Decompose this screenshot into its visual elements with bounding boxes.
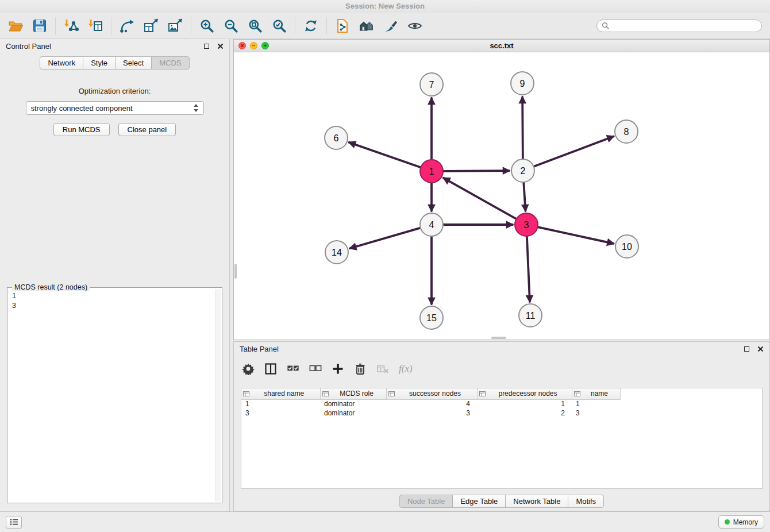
table-toolbar: f(x) — [242, 358, 413, 380]
zoom-fit-icon[interactable] — [248, 18, 263, 33]
tab-network[interactable]: Network — [40, 56, 83, 70]
graph-node-9[interactable]: 9 — [511, 72, 534, 95]
tab-mcds[interactable]: MCDS — [151, 56, 189, 70]
graph-edge-1-6[interactable] — [349, 142, 421, 167]
network-canvas[interactable]: 7968124314101511 — [234, 52, 769, 340]
function-builder-icon: f(x) — [399, 363, 413, 375]
graph-edge-3-1[interactable] — [444, 178, 516, 219]
graph-node-label: 3 — [524, 220, 529, 230]
table-row[interactable]: 1dominator411 — [241, 399, 620, 408]
edges-layer — [349, 97, 614, 304]
column-header-MCDS-role[interactable]: MCDS role — [320, 388, 386, 399]
eye-icon[interactable] — [407, 18, 422, 33]
graph-node-label: 10 — [622, 242, 632, 252]
network-graph[interactable]: 7968124314101511 — [234, 52, 769, 340]
criterion-select[interactable]: strongly connected component — [26, 101, 204, 115]
graph-node-2[interactable]: 2 — [511, 159, 534, 182]
minimize-window-icon[interactable]: − — [250, 42, 257, 49]
float-panel-icon[interactable] — [204, 44, 209, 49]
close-panel-button[interactable]: Close panel — [118, 123, 176, 136]
list-icon — [10, 518, 18, 526]
graph-node-15[interactable]: 15 — [420, 306, 443, 329]
vertical-scrollbar-thumb[interactable] — [234, 264, 237, 279]
cell-predecessor-nodes[interactable]: 1 — [477, 399, 572, 408]
graph-edge-1-2[interactable] — [444, 171, 509, 171]
deselect-all-columns-icon[interactable] — [309, 363, 322, 375]
column-header-predecessor-nodes[interactable]: predecessor nodes — [477, 388, 572, 399]
column-header-shared-name[interactable]: shared name — [241, 388, 320, 399]
float-panel-icon[interactable] — [744, 346, 749, 352]
import-network-icon[interactable] — [64, 18, 79, 33]
home-icon[interactable] — [359, 18, 374, 33]
graph-node-8[interactable]: 8 — [615, 120, 638, 143]
graph-node-6[interactable]: 6 — [325, 126, 348, 149]
zoom-selected-icon[interactable] — [272, 18, 287, 33]
tab-node-table[interactable]: Node Table — [399, 495, 453, 508]
memory-button-label: Memory — [733, 518, 758, 526]
close-window-icon[interactable]: × — [238, 42, 246, 49]
zoom-out-icon[interactable] — [224, 18, 238, 33]
export-network-icon[interactable] — [120, 18, 134, 33]
mcds-result-scrollbar[interactable] — [215, 289, 221, 502]
graph-edge-4-14[interactable] — [350, 228, 420, 248]
save-session-icon[interactable] — [32, 18, 47, 33]
graph-edge-2-3[interactable] — [523, 183, 525, 211]
column-header-name[interactable]: name — [572, 388, 620, 399]
apply-layout-icon[interactable] — [303, 18, 318, 33]
graph-node-1[interactable]: 1 — [420, 160, 443, 183]
run-mcds-button[interactable]: Run MCDS — [53, 123, 110, 136]
toolbar-separator — [111, 17, 111, 34]
task-history-button[interactable] — [6, 516, 22, 529]
toolbar-separator — [326, 17, 327, 34]
tab-edge-table[interactable]: Edge Table — [452, 495, 506, 508]
column-type-icon — [388, 391, 395, 397]
cell-name[interactable]: 1 — [572, 399, 620, 408]
table-row[interactable]: 3dominator323 — [241, 408, 620, 418]
graph-node-11[interactable]: 11 — [519, 304, 542, 327]
cell-successor-nodes[interactable]: 3 — [386, 408, 477, 418]
cell-shared-name[interactable]: 1 — [241, 399, 320, 408]
show-columns-icon[interactable] — [264, 363, 277, 375]
graph-edge-3-11[interactable] — [527, 237, 530, 302]
export-image-icon[interactable] — [168, 18, 183, 33]
horizontal-scrollbar-thumb[interactable] — [491, 337, 506, 339]
graph-edge-3-10[interactable] — [538, 227, 614, 243]
toolbar-separator — [191, 17, 191, 34]
graph-node-7[interactable]: 7 — [420, 73, 443, 96]
graph-node-14[interactable]: 14 — [325, 241, 348, 264]
create-column-icon[interactable] — [332, 363, 344, 375]
import-table-icon[interactable] — [88, 18, 103, 33]
graph-node-4[interactable]: 4 — [420, 213, 443, 236]
network-document-icon[interactable] — [335, 18, 350, 33]
graph-node-3[interactable]: 3 — [515, 213, 538, 236]
graph-edge-2-9[interactable] — [522, 97, 523, 159]
delete-column-trash-icon[interactable] — [354, 363, 367, 375]
graph-edge-2-8[interactable] — [534, 136, 614, 166]
cell-name[interactable]: 3 — [572, 408, 620, 418]
cell-MCDS-role[interactable]: dominator — [320, 408, 386, 418]
cell-shared-name[interactable]: 3 — [241, 408, 320, 418]
graph-node-label: 4 — [429, 220, 434, 230]
tab-network-table[interactable]: Network Table — [505, 495, 568, 508]
close-panel-icon[interactable] — [217, 43, 224, 49]
cell-successor-nodes[interactable]: 4 — [386, 399, 477, 408]
memory-button[interactable]: Memory — [718, 515, 764, 529]
table-settings-gear-icon[interactable] — [242, 363, 255, 375]
close-panel-icon[interactable] — [757, 346, 764, 352]
zoom-in-icon[interactable] — [199, 18, 214, 33]
tab-select[interactable]: Select — [115, 56, 152, 70]
search-input[interactable] — [612, 22, 757, 30]
tab-style[interactable]: Style — [83, 56, 116, 70]
column-type-icon — [574, 391, 580, 397]
graph-node-10[interactable]: 10 — [615, 235, 638, 258]
tab-motifs[interactable]: Motifs — [568, 495, 604, 508]
export-table-icon[interactable] — [144, 18, 159, 33]
select-all-columns-icon[interactable] — [287, 363, 299, 375]
open-session-icon[interactable] — [8, 18, 23, 33]
cell-MCDS-role[interactable]: dominator — [320, 399, 386, 408]
column-header-successor-nodes[interactable]: successor nodes — [386, 388, 477, 399]
search-field[interactable] — [596, 20, 762, 32]
cell-predecessor-nodes[interactable]: 2 — [477, 408, 572, 418]
annotation-brush-icon[interactable] — [383, 18, 398, 33]
zoom-window-icon[interactable]: + — [261, 42, 269, 49]
